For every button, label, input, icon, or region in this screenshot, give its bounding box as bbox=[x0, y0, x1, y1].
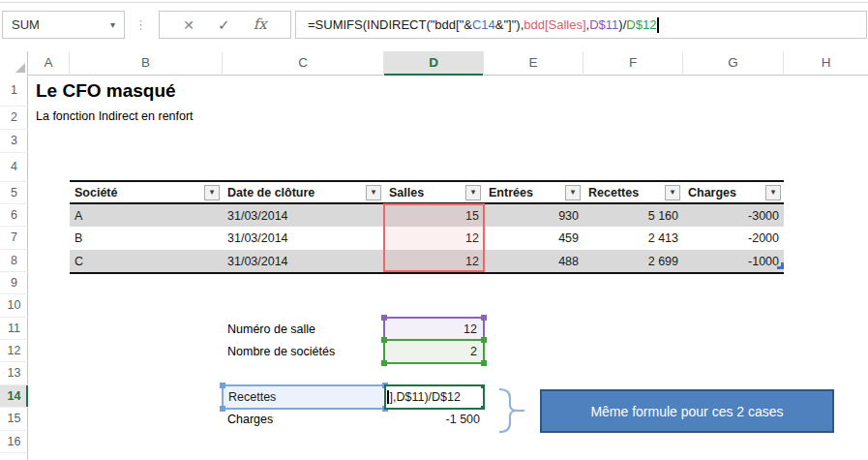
filter-dropdown-icon: ▾ bbox=[771, 188, 776, 197]
row-header-5[interactable]: 5 bbox=[0, 182, 28, 204]
filter-button[interactable]: ▾ bbox=[204, 185, 220, 200]
table-header-cell[interactable]: Société ▾ bbox=[70, 182, 223, 202]
excel-window: SUM ▾ ⋮ ✕ ✓ fx =SUMIFS(INDIRECT("bdd["& … bbox=[0, 0, 868, 460]
table-cell[interactable]: -1000 bbox=[683, 250, 784, 272]
row-header-1[interactable]: 1 bbox=[0, 76, 28, 107]
range-handle bbox=[220, 406, 225, 412]
row-header-2[interactable]: 2 bbox=[0, 107, 28, 130]
sheet-subtitle: La fonction Indirect en renfort bbox=[36, 109, 194, 123]
formula-bar-buttons: ✕ ✓ fx bbox=[159, 11, 291, 39]
name-box[interactable]: SUM ▾ bbox=[2, 11, 125, 39]
filter-dropdown-icon: ▾ bbox=[210, 188, 215, 197]
row-header-10[interactable]: 10 bbox=[0, 294, 28, 318]
row-header-12[interactable]: 12 bbox=[0, 340, 28, 362]
row-header-6[interactable]: 6 bbox=[0, 204, 28, 227]
table-cell[interactable]: 930 bbox=[484, 204, 584, 227]
table-cell[interactable]: 459 bbox=[484, 227, 584, 250]
formula-token: C14 bbox=[472, 17, 495, 32]
table-header-cell[interactable]: Recettes ▾ bbox=[584, 182, 683, 202]
cell-d14-editing[interactable]: ],D$11)/D$12 bbox=[384, 384, 485, 410]
cell-c14[interactable]: Recettes bbox=[222, 384, 386, 410]
numero-de-salle-label[interactable]: Numéro de salle bbox=[227, 318, 315, 340]
row-header-15[interactable]: 15 bbox=[0, 408, 28, 431]
table-cell[interactable]: -3000 bbox=[683, 204, 784, 227]
column-header-d[interactable]: D bbox=[384, 51, 484, 76]
table-cell[interactable]: 2 699 bbox=[584, 250, 683, 272]
header-label: Entrées bbox=[489, 186, 533, 199]
table-cell[interactable]: B bbox=[70, 227, 223, 250]
ribbon-divider bbox=[0, 2, 868, 3]
range-handle bbox=[220, 383, 225, 388]
range-handle bbox=[381, 337, 387, 343]
table-cell[interactable]: 2 413 bbox=[584, 227, 683, 250]
row-header-8[interactable]: 8 bbox=[0, 250, 28, 272]
table-cell[interactable]: C bbox=[70, 250, 223, 272]
table-header-cell[interactable]: Salles ▾ bbox=[384, 182, 484, 202]
cell-d12-value: 2 bbox=[470, 345, 477, 358]
header-label: Recettes bbox=[588, 186, 639, 199]
charges-label[interactable]: Charges bbox=[227, 408, 273, 431]
formula-bar-grip-icon: ⋮ bbox=[135, 11, 147, 39]
cell-d14-formula-tail: ],D$11)/D$12 bbox=[390, 390, 461, 404]
column-header-c[interactable]: C bbox=[223, 51, 384, 76]
cell-d15-value[interactable]: -1 500 bbox=[383, 408, 480, 431]
cell-d11[interactable]: 12 bbox=[383, 317, 485, 341]
name-box-dropdown-icon[interactable]: ▾ bbox=[110, 12, 115, 38]
row-header-16[interactable]: 16 bbox=[0, 431, 28, 453]
text-cursor bbox=[657, 17, 659, 33]
cancel-icon[interactable]: ✕ bbox=[183, 18, 195, 32]
row-header-14[interactable]: 14 bbox=[0, 385, 28, 408]
header-label: Charges bbox=[688, 186, 736, 199]
table-cell[interactable]: -2000 bbox=[683, 227, 784, 250]
column-header-f[interactable]: F bbox=[584, 51, 683, 76]
table-header-cell[interactable]: Entrées ▾ bbox=[484, 182, 584, 202]
table-cell[interactable]: 5 160 bbox=[584, 204, 683, 227]
filter-dropdown-icon: ▾ bbox=[372, 188, 376, 197]
range-handle bbox=[481, 360, 487, 366]
row-header-4[interactable]: 4 bbox=[0, 153, 28, 182]
enter-icon[interactable]: ✓ bbox=[218, 17, 230, 32]
row-header-11[interactable]: 11 bbox=[0, 318, 28, 340]
row-header-3[interactable]: 3 bbox=[0, 130, 28, 153]
table-header-row: Société ▾ Date de clôture ▾ Salles ▾ Ent… bbox=[70, 182, 784, 204]
table-cell[interactable]: 31/03/2014 bbox=[223, 250, 384, 272]
name-box-value: SUM bbox=[12, 17, 40, 32]
formula-input[interactable]: =SUMIFS(INDIRECT("bdd["& C14 &"]"), bdd[… bbox=[295, 11, 867, 39]
callout-box[interactable]: Même formule pour ces 2 cases bbox=[540, 389, 834, 433]
filter-button[interactable]: ▾ bbox=[765, 185, 781, 200]
filter-dropdown-icon: ▾ bbox=[571, 188, 576, 197]
filter-dropdown-icon: ▾ bbox=[671, 188, 675, 197]
filter-button[interactable]: ▾ bbox=[665, 185, 680, 200]
row-header-13[interactable]: 13 bbox=[0, 362, 28, 385]
formula-token: bdd[Salles] bbox=[524, 17, 585, 32]
table-cell[interactable]: A bbox=[70, 204, 223, 227]
row-header-9[interactable]: 9 bbox=[0, 272, 28, 294]
formula-range-highlight-salles bbox=[383, 203, 485, 272]
table-cell[interactable]: 31/03/2014 bbox=[223, 227, 384, 250]
insert-function-icon[interactable]: fx bbox=[254, 17, 267, 32]
table-resize-handle[interactable] bbox=[777, 262, 784, 269]
cell-d11-value: 12 bbox=[464, 322, 477, 336]
table-cell[interactable]: 31/03/2014 bbox=[223, 204, 384, 227]
column-header-g[interactable]: G bbox=[683, 51, 784, 76]
cell-d12[interactable]: 2 bbox=[383, 339, 485, 364]
range-handle bbox=[481, 406, 485, 410]
column-header-a[interactable]: A bbox=[28, 51, 70, 76]
range-handle bbox=[381, 315, 387, 321]
column-header-h[interactable]: H bbox=[784, 51, 868, 76]
row-header-strip: 1 2 3 4 5 6 7 8 9 10 11 12 13 14 15 16 bbox=[0, 76, 28, 460]
filter-button[interactable]: ▾ bbox=[366, 185, 381, 200]
column-header-b[interactable]: B bbox=[70, 51, 223, 76]
filter-button[interactable]: ▾ bbox=[565, 185, 581, 200]
range-handle bbox=[481, 384, 485, 388]
table-cell[interactable]: 488 bbox=[484, 250, 584, 272]
table-header-cell[interactable]: Charges ▾ bbox=[683, 182, 784, 202]
row-header-7[interactable]: 7 bbox=[0, 227, 28, 250]
callout-text: Même formule pour ces 2 cases bbox=[590, 404, 783, 419]
table-header-cell[interactable]: Date de clôture ▾ bbox=[223, 182, 384, 202]
column-header-e[interactable]: E bbox=[484, 51, 584, 76]
nombre-de-societes-label[interactable]: Nombre de sociétés bbox=[227, 340, 335, 362]
filter-button[interactable]: ▾ bbox=[465, 185, 481, 200]
formula-token: D$11 bbox=[589, 17, 618, 32]
select-all-corner[interactable] bbox=[0, 51, 28, 76]
